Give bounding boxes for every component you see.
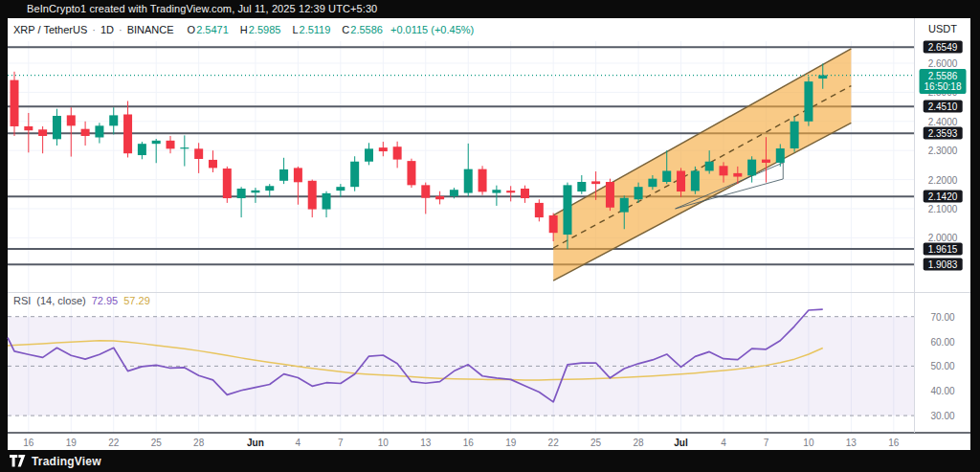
candle <box>67 115 76 125</box>
price-level-label: 2.6549 <box>924 41 963 54</box>
symbol-name[interactable]: XRP / TetherUS <box>13 24 87 35</box>
time-axis-label: 10 <box>803 438 813 448</box>
time-axis-month-label: Jul <box>674 438 687 448</box>
high-value: 2.5985 <box>249 24 281 35</box>
open-value: 2.5471 <box>196 24 229 35</box>
candle <box>563 185 571 235</box>
candle <box>648 179 657 188</box>
rsi-indicator-header[interactable]: RSI (14, close) 72.95 57.29 <box>13 295 150 306</box>
price-level-label: 2.3593 <box>924 127 963 140</box>
candle <box>464 169 473 193</box>
candle <box>138 144 146 155</box>
candle <box>407 161 415 185</box>
tradingview-chart-window: BeInCrypto1 created with TradingView.com… <box>0 0 980 472</box>
rsi-value: 72.95 <box>92 295 119 306</box>
time-axis-label: 16 <box>23 438 33 448</box>
watermark-bar: BeInCrypto1 created with TradingView.com… <box>0 0 980 18</box>
candle <box>521 189 529 198</box>
close-value: 2.5586 <box>350 24 383 35</box>
candle <box>38 129 47 136</box>
candle <box>294 168 302 182</box>
candle <box>11 80 19 126</box>
chart-plot-area[interactable] <box>0 0 980 472</box>
candle <box>549 215 558 233</box>
candle <box>435 196 444 199</box>
time-axis-label: 25 <box>590 438 601 448</box>
separator-dot: · <box>119 24 122 35</box>
low-label: L <box>292 24 298 35</box>
candle <box>265 186 274 191</box>
rsi-params: (14, close) <box>36 295 85 306</box>
candle <box>24 126 33 130</box>
price-grid-label: 2.4000 <box>928 116 958 126</box>
candle <box>336 187 345 191</box>
time-axis-label: 16 <box>463 438 474 448</box>
candle <box>180 147 189 148</box>
candle <box>818 76 827 79</box>
time-axis-label: 22 <box>548 438 559 448</box>
time-axis-label: 13 <box>846 438 857 448</box>
candle <box>733 173 742 177</box>
time-axis-label: 7 <box>764 438 769 448</box>
candle <box>691 170 700 191</box>
tradingview-brand-label[interactable]: TradingView <box>32 455 101 468</box>
price-axis[interactable]: 2.60002.50002.40002.30002.20002.10002.00… <box>915 0 970 450</box>
candle <box>421 185 430 197</box>
interval-label[interactable]: 1D <box>100 24 114 35</box>
symbol-header[interactable]: XRP / TetherUS · 1D · BINANCE O 2.5471 H… <box>13 18 474 40</box>
candle <box>194 148 203 159</box>
time-axis-month-label: Jun <box>247 438 264 448</box>
candle <box>635 187 643 199</box>
candle <box>123 114 132 153</box>
candle <box>606 182 614 208</box>
close-label: C <box>342 24 349 35</box>
candle <box>209 160 217 169</box>
tradingview-logo-icon[interactable] <box>10 455 26 467</box>
candle <box>379 147 388 151</box>
rsi-axis-label: 40.00 <box>930 386 954 396</box>
candle <box>365 148 373 161</box>
currency-label: USDT <box>915 18 970 40</box>
time-axis-label: 7 <box>338 438 344 448</box>
candle <box>762 160 770 163</box>
footer-bar: TradingView <box>0 450 980 472</box>
candle <box>167 141 175 149</box>
candle <box>506 191 515 192</box>
rsi-axis-label: 70.00 <box>930 311 954 322</box>
candle <box>791 122 799 148</box>
candle <box>747 160 756 176</box>
time-axis-label: 4 <box>721 438 726 448</box>
exchange-label: BINANCE <box>127 24 174 35</box>
candle <box>323 193 331 210</box>
candle <box>350 162 359 187</box>
high-label: H <box>240 24 248 35</box>
time-axis-label: 28 <box>634 438 644 448</box>
candle <box>591 181 600 184</box>
watermark-text: BeInCrypto1 created with TradingView.com… <box>27 3 377 14</box>
time-axis-label: 22 <box>108 438 119 448</box>
time-axis-label: 25 <box>151 438 162 448</box>
candle <box>620 198 629 213</box>
candle <box>662 170 671 182</box>
candle <box>81 129 90 136</box>
candle <box>776 148 785 163</box>
time-axis-label: 4 <box>296 438 301 448</box>
price-level-label: 1.9083 <box>924 258 963 271</box>
time-axis-label: 28 <box>193 438 204 448</box>
time-axis-label: 13 <box>420 438 431 448</box>
candle <box>223 169 232 198</box>
candle <box>450 190 458 196</box>
price-grid-label: 2.6000 <box>928 58 958 69</box>
current-price-label: 2.558616:50:18 <box>920 69 967 94</box>
candle <box>393 146 402 159</box>
price-grid-label: 2.3000 <box>928 146 958 156</box>
price-level-label: 2.4510 <box>924 101 963 113</box>
candle <box>479 169 487 192</box>
rsi-axis-label: 60.00 <box>930 336 954 347</box>
price-level-label: 1.9615 <box>924 243 963 256</box>
candle <box>152 141 161 144</box>
change-value: +0.0115 (+0.45%) <box>390 24 474 35</box>
candle <box>705 162 714 171</box>
candle <box>535 203 544 217</box>
candle <box>308 181 317 210</box>
